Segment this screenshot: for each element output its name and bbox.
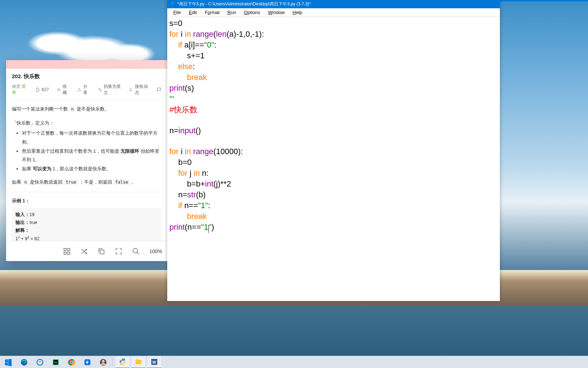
explorer-task-button[interactable] — [132, 356, 145, 368]
text-cursor — [208, 225, 209, 233]
idle-titlebar[interactable]: *周日下午3.py - C:\Users\Administrator\Deskt… — [167, 0, 500, 8]
switch-lang-button[interactable]: 切换为英文 — [98, 84, 121, 96]
question-description: 编写一个算法来判断一个数 n 是不是快乐数。 「快乐数」定义为： 对于一个正整数… — [12, 105, 161, 241]
feedback-icon — [156, 87, 161, 92]
chrome-button[interactable] — [65, 356, 78, 368]
svg-rect-4 — [100, 250, 104, 254]
problem-footer: 100% — [6, 241, 167, 261]
pycharm-button[interactable]: PC — [49, 356, 63, 368]
list-item: 如果 可以变为 1，那么这个数就是快乐数。 — [22, 165, 161, 174]
idle-menubar: File Edit Format Run Options Window Help — [167, 8, 500, 17]
svg-rect-3 — [68, 252, 70, 254]
menu-format[interactable]: Format — [201, 9, 223, 16]
definition-header: 「快乐数」定义为： — [12, 119, 161, 128]
question-meta-row: 难度 简单 627 收藏 分享 切换为英文 接收动态 — [12, 84, 161, 100]
example-1-box: 输入：19 输出：true 解释： 12 + 92 = 82 82 + 22 =… — [12, 208, 161, 241]
copy-icon[interactable] — [97, 247, 105, 255]
thunder-icon — [83, 358, 91, 366]
menu-options[interactable]: Options — [240, 9, 264, 16]
folder-icon — [135, 358, 142, 366]
taskbar-divider — [112, 359, 114, 366]
return-spec: 如果 n 是快乐数就返回 true ；不是，则返回 false 。 — [12, 178, 161, 187]
thunder-button[interactable] — [81, 356, 94, 368]
list-item: 对于一个正整数，每一次将该数替换为它每个位置上的数字的平方和。 — [22, 129, 161, 147]
svg-text:PC: PC — [54, 360, 58, 364]
problem-window: 202. 快乐数 难度 简单 627 收藏 分享 切换为英文 — [6, 60, 167, 261]
start-button[interactable] — [1, 356, 15, 368]
zoom-level: 100% — [149, 248, 162, 254]
pycharm-icon: PC — [52, 358, 60, 366]
svg-rect-0 — [64, 248, 66, 250]
share-icon — [77, 87, 81, 92]
share-button[interactable]: 分享 — [77, 84, 90, 96]
star-icon — [57, 87, 61, 92]
translate-icon — [98, 87, 102, 92]
chrome-icon — [68, 358, 76, 366]
notify-button[interactable]: 接收动态 — [129, 84, 149, 96]
python-icon — [119, 358, 127, 366]
difficulty: 难度 简单 — [12, 84, 27, 96]
problem-window-titlebar[interactable] — [6, 60, 167, 69]
favorite-button[interactable]: 收藏 — [57, 84, 69, 96]
svg-point-6 — [172, 2, 172, 3]
menu-window[interactable]: Window — [264, 9, 288, 16]
menu-help[interactable]: Help — [289, 9, 306, 16]
menu-run[interactable]: Run — [224, 9, 240, 16]
question-title: 202. 快乐数 — [12, 73, 161, 80]
idle-title-text: *周日下午3.py - C:\Users\Administrator\Deskt… — [177, 1, 311, 7]
windows-icon — [4, 358, 12, 366]
list-item: 然后重复这个过程直到这个数变为 1，也可能是 无限循环 但始终变不到 1。 — [22, 147, 161, 165]
taskbar: PC W — [0, 356, 588, 368]
bell-icon — [129, 87, 133, 92]
edge-icon — [20, 358, 28, 366]
problem-content: 202. 快乐数 难度 简单 627 收藏 分享 切换为英文 — [6, 69, 167, 241]
example-1-header: 示例 1： — [12, 192, 161, 206]
svg-rect-2 — [64, 252, 66, 254]
python-task-button[interactable] — [116, 356, 129, 368]
word-icon: W — [150, 358, 158, 366]
shuffle-icon[interactable] — [80, 247, 88, 255]
desc-line: 编写一个算法来判断一个数 n 是不是快乐数。 — [12, 105, 161, 114]
ie-button[interactable] — [33, 356, 47, 368]
idle-window: *周日下午3.py - C:\Users\Administrator\Deskt… — [167, 0, 500, 301]
svg-point-14 — [70, 361, 73, 363]
svg-point-5 — [133, 248, 138, 253]
ie-icon — [36, 358, 44, 366]
definition-bullets: 对于一个正整数，每一次将该数替换为它每个位置上的数字的平方和。 然后重复这个过程… — [22, 129, 161, 173]
fullscreen-icon[interactable] — [115, 247, 123, 255]
feedback-button[interactable] — [156, 87, 161, 92]
word-task-button[interactable]: W — [147, 356, 161, 368]
code-editor[interactable]: s=0 for i in range(len(a)-1,0,-1): if a[… — [167, 17, 500, 301]
grid-icon[interactable] — [63, 247, 71, 255]
avatar-icon — [99, 358, 107, 366]
svg-rect-1 — [68, 248, 70, 250]
edge-button[interactable] — [17, 356, 31, 368]
like-button[interactable]: 627 — [35, 87, 49, 92]
python-icon — [170, 2, 175, 7]
zoom-icon[interactable] — [132, 247, 140, 255]
menu-edit[interactable]: Edit — [185, 9, 201, 16]
svg-point-17 — [102, 360, 104, 362]
svg-text:W: W — [152, 360, 156, 364]
thumbs-up-icon — [35, 87, 40, 92]
avatar-button[interactable] — [96, 356, 110, 368]
menu-file[interactable]: File — [169, 9, 185, 16]
